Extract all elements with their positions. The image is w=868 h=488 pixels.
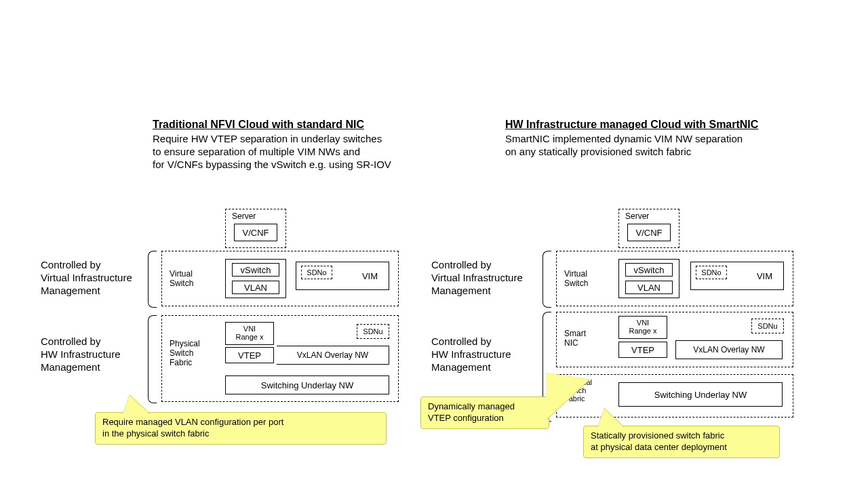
callout-tail-icon — [123, 395, 150, 414]
right-side-lower-label: Controlled by HW Infrastructure Manageme… — [431, 336, 511, 373]
left-vxlan: VxLAN Overlay NW — [277, 346, 389, 365]
right-virtual-switch-label: Virtual Switch — [564, 269, 588, 288]
right-sdno: SDNo — [696, 266, 727, 279]
left-server-label: Server — [232, 211, 256, 221]
right-vni: VNI Range x — [618, 316, 667, 339]
right-vcnf: V/CNF — [627, 224, 671, 241]
right-callout-left: Dynamically managed VTEP configuration — [420, 396, 549, 429]
left-virtual-switch-label: Virtual Switch — [170, 269, 193, 288]
right-callout-right: Statically provisioned switch fabric at … — [583, 426, 780, 458]
right-brace-upper — [542, 251, 551, 308]
right-smartnic-label: Smart NIC — [564, 329, 586, 348]
callout-tail-icon — [546, 373, 589, 420]
left-vlan: VLAN — [232, 281, 279, 294]
callout-tail-icon — [597, 409, 625, 428]
left-side-upper-label: Controlled by Virtual Infrastructure Man… — [41, 259, 132, 297]
right-subtitle: SmartNIC implemented dynamic VIM NW sepa… — [505, 133, 776, 159]
left-brace-lower — [148, 315, 157, 403]
right-vxlan: VxLAN Overlay NW — [675, 340, 783, 359]
left-vtep: VTEP — [225, 347, 274, 363]
left-brace-upper — [148, 251, 157, 308]
right-callout-left-text: Dynamically managed VTEP configuration — [428, 401, 515, 423]
left-psf-label: Physical Switch Fabric — [170, 339, 200, 367]
left-title: Traditional NFVI Cloud with standard NIC — [153, 119, 364, 131]
right-vlan: VLAN — [625, 281, 673, 294]
left-side-lower-label: Controlled by HW Infrastructure Manageme… — [41, 336, 121, 373]
right-underlay: Switching Underlay NW — [618, 382, 783, 407]
left-callout: Require managed VLAN configuration per p… — [95, 412, 387, 445]
right-title: HW Infrastructure managed Cloud with Sma… — [505, 119, 758, 131]
left-callout-text: Require managed VLAN configuration per p… — [102, 417, 283, 439]
left-sdno: SDNo — [301, 266, 332, 279]
left-vcnf: V/CNF — [234, 224, 277, 241]
left-sdnu: SDNu — [357, 324, 389, 339]
right-callout-right-text: Statically provisioned switch fabric at … — [591, 430, 727, 452]
right-side-upper-label: Controlled by Virtual Infrastructure Man… — [431, 259, 523, 297]
left-vni: VNI Range x — [225, 322, 274, 345]
left-underlay: Switching Underlay NW — [225, 375, 389, 394]
left-vswitch: vSwitch — [232, 263, 279, 277]
right-vswitch: vSwitch — [625, 263, 673, 277]
left-subtitle: Require HW VTEP separation in underlay s… — [153, 133, 410, 171]
right-vtep: VTEP — [618, 342, 667, 358]
right-sdnu: SDNu — [751, 319, 784, 333]
right-server-label: Server — [625, 211, 649, 221]
